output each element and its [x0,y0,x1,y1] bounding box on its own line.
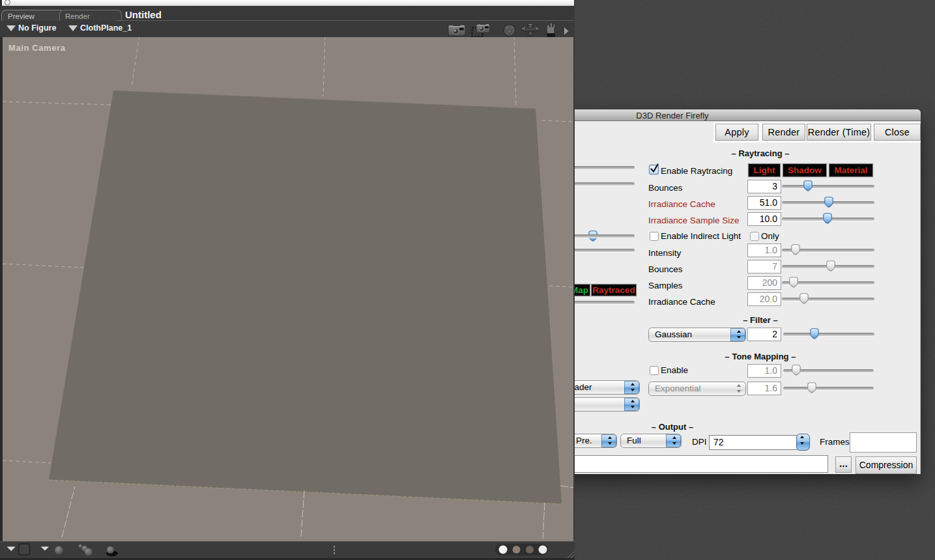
svg-text:Main Camera: Main Camera [8,43,66,53]
